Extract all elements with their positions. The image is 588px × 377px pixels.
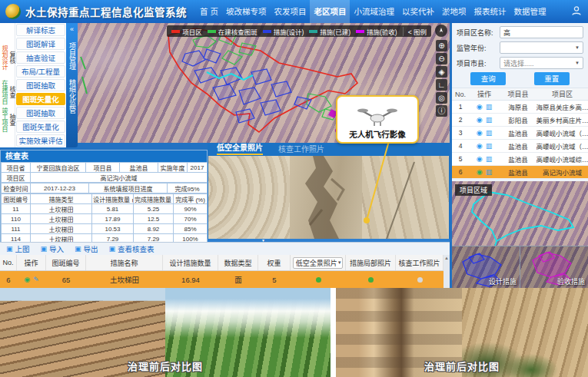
marker-icon[interactable]: ◈ <box>436 66 447 78</box>
col-local-photo: 措施局部照片 <box>346 255 396 270</box>
col-weight: 权重 <box>258 255 291 270</box>
group-sub-verify: 核查 <box>8 78 15 106</box>
comparison-caption-left: 治理前后对比图 <box>128 359 203 373</box>
detail-icon[interactable]: ▥ <box>486 168 493 176</box>
project-row-2[interactable]: 2 ◉▥ 彭阳县 美丽乡村高庄片… <box>452 114 588 127</box>
menu-item-layout-quantity[interactable]: 布局/工程量 <box>16 65 65 78</box>
to-map-button[interactable]: ▣上图 <box>6 243 30 254</box>
detail-icon[interactable]: ▥ <box>486 155 493 163</box>
menu-item-spot-check[interactable]: 抽查验证 <box>16 51 65 64</box>
project-area-name-label: 项目区名称: <box>457 28 500 38</box>
nav-item-reward-subsidy[interactable]: 以奖代补 <box>398 0 438 23</box>
nav-item-silt-dam[interactable]: 淤地坝 <box>438 0 470 23</box>
app-window: 水土保持重点工程信息化监管系统 首 页 坡改梯专项 农发项目 老区项目 小流域治… <box>0 0 588 377</box>
group-label-planning: 规划设计 <box>0 37 8 78</box>
table-scrollbar[interactable]: ▲ <box>443 255 450 288</box>
legend-item-project-area: 项目区 <box>171 27 202 36</box>
legend-toggle[interactable]: < 图例 <box>403 27 427 36</box>
legend-swatch-teal <box>309 30 317 33</box>
aerial-photo-dropdown[interactable]: 低空全景照片▼ <box>293 257 343 269</box>
tab-aerial-panorama[interactable]: 低空全景照片 <box>217 141 263 155</box>
locate-icon[interactable]: ◉ <box>477 155 483 163</box>
aerial-photo-viewer[interactable] <box>208 156 449 239</box>
compass-icon[interactable] <box>435 25 447 37</box>
info-icon[interactable]: ⓘ <box>436 105 447 117</box>
label-province: 项目省 <box>2 163 31 173</box>
comparison-photos: 治理前后对比图 治理前后对比图 <box>0 288 588 377</box>
nav-item-home[interactable]: 首 页 <box>196 0 222 23</box>
legend-swatch-blue <box>263 30 271 33</box>
legend-item-measure-design: 措施(设计) <box>263 27 304 36</box>
tab-fine-supervision[interactable]: 精细化监管 <box>66 79 78 114</box>
design-measures-thumbnail[interactable]: 设计措施 <box>452 246 520 288</box>
verification-panel-title: 核查表 <box>1 150 207 162</box>
photo-detail-overlay <box>208 156 449 239</box>
detail-icon[interactable]: ▥ <box>486 129 493 137</box>
nav-item-report-stats[interactable]: 报表统计 <box>470 0 510 23</box>
menu-item-patch-interpret[interactable]: 图斑解译 <box>16 38 65 50</box>
import-button[interactable]: ▣导入 <box>41 243 65 254</box>
page-icon: ▣ <box>6 245 13 253</box>
supervision-year-select[interactable]: ▼ <box>500 41 583 54</box>
project-area-name-input[interactable] <box>500 26 583 38</box>
locate-icon[interactable]: ◉ <box>477 142 483 150</box>
project-row-3[interactable]: 3 ◉▥ 盐池县 高崾岘小流域（… <box>452 127 588 140</box>
menu-item-patch-vectorize-2[interactable]: 图斑矢量化 <box>16 121 65 133</box>
left-menu: 解译标志 规划设计 复核 图斑解译 抽查验证 布局/工程量 在建项目 核查 图斑… <box>0 23 66 147</box>
query-button[interactable]: 查询 <box>470 72 506 85</box>
route-icon[interactable]: ◎ <box>436 92 447 104</box>
nav-item-agri-project[interactable]: 农发项目 <box>270 0 310 23</box>
legend-swatch-red <box>171 30 180 33</box>
col-patch-code: 图斑编号 <box>46 255 86 270</box>
menu-item-patch-extract-2[interactable]: 图斑抽取 <box>16 107 65 119</box>
menu-item-effect-eval[interactable]: 实施效果评估 <box>16 134 65 147</box>
menu-item-interpret-mark[interactable]: 解译标志 <box>16 24 65 36</box>
menu-strip-empty <box>0 23 15 37</box>
project-row-4[interactable]: 4 ◉▥ 盐池县 高崾岘小流域（… <box>452 140 588 153</box>
detail-icon[interactable]: ▥ <box>486 142 493 150</box>
project-row-6-selected[interactable]: 6 ◉▥ 盐池县 高记沟小流域 <box>452 166 588 179</box>
map-toolbar: ⊕ ⊖ ◈ ∟ ◎ ⓘ <box>436 40 447 117</box>
measures-table: No. 操作 图斑编号 措施名称 设计措施数量 数据类型 权重 低空全景照片▼ … <box>0 255 443 288</box>
export-button[interactable]: ▣导出 <box>75 243 98 254</box>
nav-item-old-area-project[interactable]: 老区项目 <box>310 0 350 23</box>
detail-icon[interactable]: ▥ <box>486 116 493 124</box>
tab-fieldwork-photo[interactable]: 核查工作照片 <box>278 143 324 155</box>
col-no: No. <box>0 255 17 270</box>
project-row-5[interactable]: 5 ◉▥ 盐池县 高崾岘小流域综… <box>452 153 588 166</box>
menu-item-patch-vectorize-selected[interactable]: 图斑矢量化 <box>16 93 65 105</box>
locate-icon[interactable]: ◉ <box>477 116 483 124</box>
main-nav: 首 页 坡改梯专项 农发项目 老区项目 小流域治理 以奖代补 淤地坝 报表统计 … <box>196 0 550 23</box>
nav-item-data-mgmt[interactable]: 数据管理 <box>510 0 550 23</box>
project-city-select[interactable]: 请选择.....▼ <box>500 57 583 69</box>
zoom-out-icon[interactable]: ⊖ <box>436 53 447 64</box>
user-icon[interactable] <box>571 5 582 18</box>
locate-icon[interactable]: ◉ <box>477 129 483 137</box>
nav-item-slope-terrace[interactable]: 坡改梯专项 <box>222 0 271 23</box>
chevron-down-icon: ▼ <box>337 260 342 265</box>
top-header: 水土保持重点工程信息化监管系统 首 页 坡改梯专项 农发项目 老区项目 小流域治… <box>0 0 588 23</box>
locate-icon[interactable]: ◉ <box>477 103 483 111</box>
photo-tabs: 低空全景照片 核查工作照片 <box>208 143 450 155</box>
group-label-completed: 竣工项目 <box>0 106 8 134</box>
locate-icon[interactable]: ◉ <box>24 276 30 283</box>
map-legend: 项目区 在建核查图斑 措施(设计) 措施(已建) 措施(验收) < 图例 <box>167 25 431 37</box>
locate-icon[interactable]: ◉ <box>477 168 483 176</box>
region-badge: 项目区域 <box>455 184 492 196</box>
project-row-1[interactable]: 1 ◉▥ 海原县 海原县关庄乡高… <box>452 101 588 114</box>
nav-item-small-watershed[interactable]: 小流域治理 <box>350 0 398 23</box>
region-map-thumbnail[interactable]: 项目区域 <box>452 181 588 246</box>
reset-button[interactable]: 重置 <box>534 72 570 85</box>
view-check-table-button[interactable]: ▣查看核查表 <box>109 243 154 254</box>
tab-project-management[interactable]: 项目管理 <box>66 42 78 70</box>
menu-item-patch-extract-1[interactable]: 图斑抽取 <box>16 79 65 91</box>
edit-icon[interactable]: ✎ <box>33 276 39 283</box>
acceptance-measures-thumbnail[interactable]: 验收措施 <box>520 246 588 288</box>
zoom-in-icon[interactable]: ⊕ <box>436 40 447 51</box>
measure-icon[interactable]: ∟ <box>436 79 447 91</box>
detail-icon[interactable]: ▥ <box>486 103 493 111</box>
table-row: 110土坎梯田17.8912.570% <box>2 214 208 224</box>
collapse-icon[interactable]: « <box>70 25 74 33</box>
table-row-selected[interactable]: 6 ◉ ✎ 65 土坎梯田 16.94 面 5 <box>0 271 443 288</box>
label-progress: 系统填报项目进度 <box>89 184 168 193</box>
